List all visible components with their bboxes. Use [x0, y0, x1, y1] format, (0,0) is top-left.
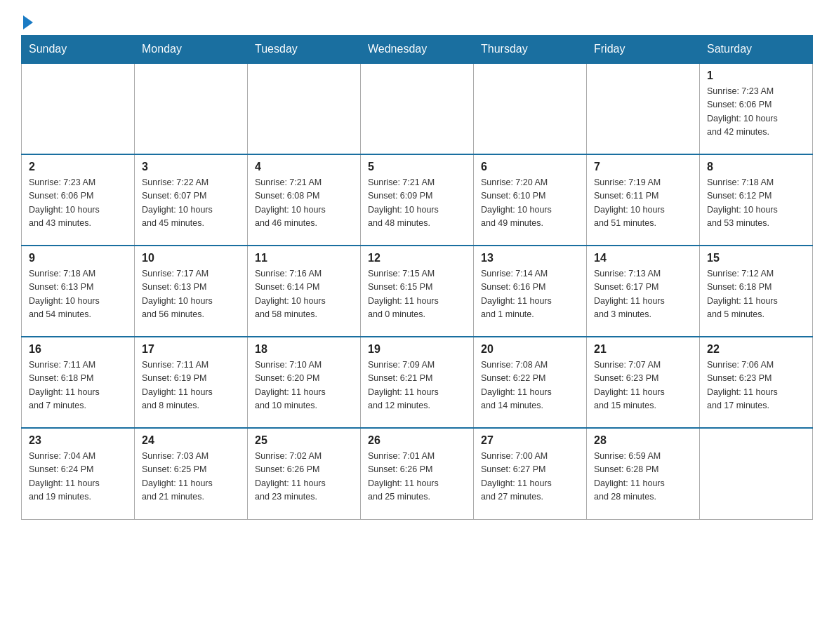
calendar-week-row: 9Sunrise: 7:18 AMSunset: 6:13 PMDaylight…: [22, 246, 813, 337]
day-number: 1: [707, 69, 805, 82]
day-number: 8: [707, 161, 805, 173]
calendar-day-cell: [22, 63, 135, 154]
day-sun-info: Sunrise: 7:13 AMSunset: 6:17 PMDaylight:…: [594, 267, 692, 322]
calendar-day-cell: 11Sunrise: 7:16 AMSunset: 6:14 PMDayligh…: [248, 246, 361, 337]
calendar-day-cell: 20Sunrise: 7:08 AMSunset: 6:22 PMDayligh…: [474, 337, 587, 428]
calendar-day-cell: 28Sunrise: 6:59 AMSunset: 6:28 PMDayligh…: [587, 428, 700, 519]
day-sun-info: Sunrise: 7:07 AMSunset: 6:23 PMDaylight:…: [594, 358, 692, 413]
day-sun-info: Sunrise: 7:18 AMSunset: 6:12 PMDaylight:…: [707, 176, 805, 231]
calendar-day-cell: 14Sunrise: 7:13 AMSunset: 6:17 PMDayligh…: [587, 246, 700, 337]
day-number: 2: [29, 161, 127, 173]
day-sun-info: Sunrise: 7:23 AMSunset: 6:06 PMDaylight:…: [29, 176, 127, 231]
calendar-day-cell: [248, 63, 361, 154]
day-number: 17: [142, 343, 240, 356]
calendar-day-cell: [587, 63, 700, 154]
day-sun-info: Sunrise: 7:16 AMSunset: 6:14 PMDaylight:…: [255, 267, 353, 322]
calendar-day-cell: 2Sunrise: 7:23 AMSunset: 6:06 PMDaylight…: [22, 154, 135, 246]
day-sun-info: Sunrise: 7:00 AMSunset: 6:27 PMDaylight:…: [481, 450, 579, 504]
calendar-day-cell: 24Sunrise: 7:03 AMSunset: 6:25 PMDayligh…: [135, 428, 248, 519]
calendar-day-cell: 21Sunrise: 7:07 AMSunset: 6:23 PMDayligh…: [587, 337, 700, 428]
day-sun-info: Sunrise: 7:15 AMSunset: 6:15 PMDaylight:…: [368, 267, 466, 322]
calendar-day-cell: [700, 428, 813, 519]
day-number: 24: [142, 434, 240, 447]
calendar-day-cell: 23Sunrise: 7:04 AMSunset: 6:24 PMDayligh…: [22, 428, 135, 519]
day-sun-info: Sunrise: 7:18 AMSunset: 6:13 PMDaylight:…: [29, 267, 127, 322]
logo-arrow-icon: [23, 15, 33, 29]
calendar-week-row: 16Sunrise: 7:11 AMSunset: 6:18 PMDayligh…: [22, 337, 813, 428]
day-number: 22: [707, 343, 805, 356]
calendar-day-cell: 3Sunrise: 7:22 AMSunset: 6:07 PMDaylight…: [135, 154, 248, 246]
calendar-day-cell: 9Sunrise: 7:18 AMSunset: 6:13 PMDaylight…: [22, 246, 135, 337]
day-sun-info: Sunrise: 7:08 AMSunset: 6:22 PMDaylight:…: [481, 358, 579, 413]
day-of-week-header: Friday: [587, 36, 700, 64]
day-number: 13: [481, 252, 579, 264]
calendar-day-cell: 7Sunrise: 7:19 AMSunset: 6:11 PMDaylight…: [587, 154, 700, 246]
calendar-day-cell: [474, 63, 587, 154]
calendar-day-cell: 18Sunrise: 7:10 AMSunset: 6:20 PMDayligh…: [248, 337, 361, 428]
day-sun-info: Sunrise: 7:22 AMSunset: 6:07 PMDaylight:…: [142, 176, 240, 231]
calendar-day-cell: 15Sunrise: 7:12 AMSunset: 6:18 PMDayligh…: [700, 246, 813, 337]
day-number: 19: [368, 343, 466, 356]
day-number: 27: [481, 434, 579, 447]
day-of-week-header: Saturday: [700, 36, 813, 64]
day-sun-info: Sunrise: 7:19 AMSunset: 6:11 PMDaylight:…: [594, 176, 692, 231]
day-sun-info: Sunrise: 7:06 AMSunset: 6:23 PMDaylight:…: [707, 358, 805, 413]
calendar-header-row: SundayMondayTuesdayWednesdayThursdayFrid…: [22, 36, 813, 64]
day-sun-info: Sunrise: 7:04 AMSunset: 6:24 PMDaylight:…: [29, 450, 127, 504]
day-sun-info: Sunrise: 7:17 AMSunset: 6:13 PMDaylight:…: [142, 267, 240, 322]
day-sun-info: Sunrise: 7:21 AMSunset: 6:09 PMDaylight:…: [368, 176, 466, 231]
day-sun-info: Sunrise: 6:59 AMSunset: 6:28 PMDaylight:…: [594, 450, 692, 504]
calendar-day-cell: 13Sunrise: 7:14 AMSunset: 6:16 PMDayligh…: [474, 246, 587, 337]
calendar-day-cell: 6Sunrise: 7:20 AMSunset: 6:10 PMDaylight…: [474, 154, 587, 246]
day-of-week-header: Thursday: [474, 36, 587, 64]
day-sun-info: Sunrise: 7:12 AMSunset: 6:18 PMDaylight:…: [707, 267, 805, 322]
calendar-day-cell: 12Sunrise: 7:15 AMSunset: 6:15 PMDayligh…: [361, 246, 474, 337]
day-number: 26: [368, 434, 466, 447]
day-sun-info: Sunrise: 7:14 AMSunset: 6:16 PMDaylight:…: [481, 267, 579, 322]
day-number: 16: [29, 343, 127, 356]
day-sun-info: Sunrise: 7:11 AMSunset: 6:18 PMDaylight:…: [29, 358, 127, 413]
calendar-week-row: 23Sunrise: 7:04 AMSunset: 6:24 PMDayligh…: [22, 428, 813, 519]
calendar-week-row: 2Sunrise: 7:23 AMSunset: 6:06 PMDaylight…: [22, 154, 813, 246]
calendar-day-cell: 27Sunrise: 7:00 AMSunset: 6:27 PMDayligh…: [474, 428, 587, 519]
day-of-week-header: Tuesday: [248, 36, 361, 64]
day-number: 10: [142, 252, 240, 264]
day-number: 28: [594, 434, 692, 447]
day-sun-info: Sunrise: 7:09 AMSunset: 6:21 PMDaylight:…: [368, 358, 466, 413]
day-sun-info: Sunrise: 7:01 AMSunset: 6:26 PMDaylight:…: [368, 450, 466, 504]
day-number: 11: [255, 252, 353, 264]
day-number: 14: [594, 252, 692, 264]
calendar-day-cell: 19Sunrise: 7:09 AMSunset: 6:21 PMDayligh…: [361, 337, 474, 428]
day-sun-info: Sunrise: 7:20 AMSunset: 6:10 PMDaylight:…: [481, 176, 579, 231]
page-header: [21, 14, 813, 28]
day-number: 12: [368, 252, 466, 264]
day-sun-info: Sunrise: 7:10 AMSunset: 6:20 PMDaylight:…: [255, 358, 353, 413]
calendar-day-cell: 8Sunrise: 7:18 AMSunset: 6:12 PMDaylight…: [700, 154, 813, 246]
calendar-table: SundayMondayTuesdayWednesdayThursdayFrid…: [21, 35, 813, 520]
day-number: 3: [142, 161, 240, 173]
day-number: 25: [255, 434, 353, 447]
calendar-day-cell: 4Sunrise: 7:21 AMSunset: 6:08 PMDaylight…: [248, 154, 361, 246]
day-sun-info: Sunrise: 7:03 AMSunset: 6:25 PMDaylight:…: [142, 450, 240, 504]
day-of-week-header: Wednesday: [361, 36, 474, 64]
day-number: 7: [594, 161, 692, 173]
day-number: 23: [29, 434, 127, 447]
day-number: 9: [29, 252, 127, 264]
day-number: 21: [594, 343, 692, 356]
day-number: 20: [481, 343, 579, 356]
day-sun-info: Sunrise: 7:11 AMSunset: 6:19 PMDaylight:…: [142, 358, 240, 413]
calendar-week-row: 1Sunrise: 7:23 AMSunset: 6:06 PMDaylight…: [22, 63, 813, 154]
calendar-day-cell: 25Sunrise: 7:02 AMSunset: 6:26 PMDayligh…: [248, 428, 361, 519]
calendar-day-cell: 16Sunrise: 7:11 AMSunset: 6:18 PMDayligh…: [22, 337, 135, 428]
day-number: 4: [255, 161, 353, 173]
calendar-day-cell: [135, 63, 248, 154]
day-sun-info: Sunrise: 7:23 AMSunset: 6:06 PMDaylight:…: [707, 85, 805, 140]
day-number: 6: [481, 161, 579, 173]
day-sun-info: Sunrise: 7:02 AMSunset: 6:26 PMDaylight:…: [255, 450, 353, 504]
logo: [21, 14, 33, 28]
calendar-day-cell: 26Sunrise: 7:01 AMSunset: 6:26 PMDayligh…: [361, 428, 474, 519]
calendar-day-cell: 17Sunrise: 7:11 AMSunset: 6:19 PMDayligh…: [135, 337, 248, 428]
calendar-day-cell: 5Sunrise: 7:21 AMSunset: 6:09 PMDaylight…: [361, 154, 474, 246]
day-number: 18: [255, 343, 353, 356]
calendar-day-cell: 22Sunrise: 7:06 AMSunset: 6:23 PMDayligh…: [700, 337, 813, 428]
